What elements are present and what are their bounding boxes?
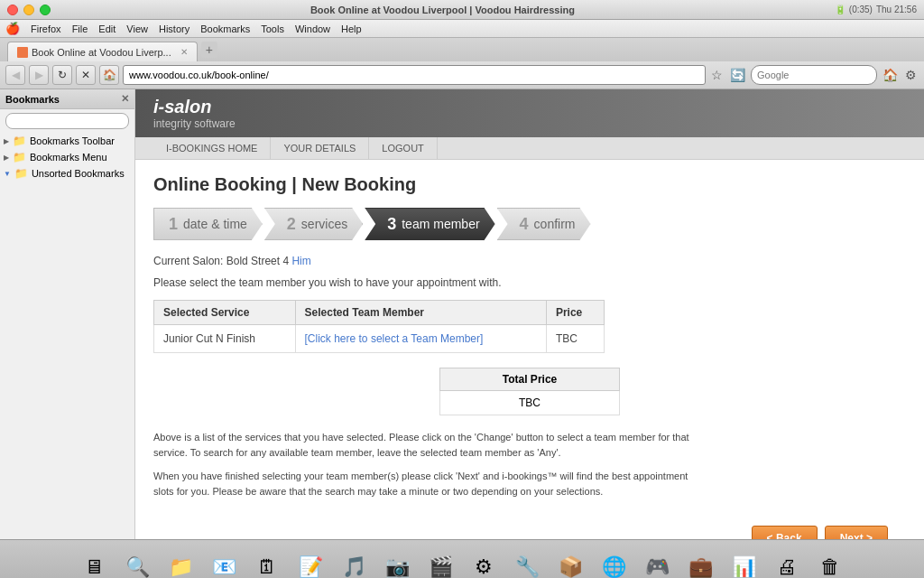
booking-table: Selected Service Selected Team Member Pr… <box>153 300 605 353</box>
tab-your-details[interactable]: YOUR DETAILS <box>271 137 369 159</box>
file-menu[interactable]: File <box>72 23 88 34</box>
sidebar-header: Bookmarks ✕ <box>0 89 134 109</box>
minimize-button[interactable] <box>23 5 34 15</box>
home-button[interactable]: 🏠 <box>99 65 119 85</box>
steps-bar: 1 date & time 2 services 3 team member 4… <box>153 208 906 240</box>
booking-area: Online Booking | New Booking 1 date & ti… <box>135 160 924 539</box>
dock-icon-work[interactable]: 💼 <box>681 548 719 579</box>
sidebar-item-bookmarks-toolbar[interactable]: ▶ 📁 Bookmarks Toolbar <box>0 133 134 149</box>
firefox-menu[interactable]: Firefox <box>31 23 61 34</box>
dock-icon-trash[interactable]: 🗑 <box>811 548 849 579</box>
step-date-time[interactable]: 1 date & time <box>153 208 263 240</box>
dock-icon-music[interactable]: 🎵 <box>335 548 373 579</box>
forward-button[interactable]: ▶ <box>29 65 49 85</box>
sidebar-item-unsorted-bookmarks[interactable]: ▼ 📁 Unsorted Bookmarks <box>0 165 134 182</box>
step-4-label: confirm <box>534 217 576 231</box>
total-label: Total Price <box>440 368 620 391</box>
close-button[interactable] <box>7 5 18 15</box>
titlebar-icons: 🔋(0:35) Thu 21:56 <box>835 5 917 14</box>
folder-icon: 📁 <box>13 151 26 163</box>
tab-ibookings-home[interactable]: I-BOOKINGS HOME <box>153 137 271 159</box>
url-input[interactable] <box>123 65 706 85</box>
help-menu[interactable]: Help <box>341 23 362 34</box>
tab-close-icon[interactable]: ✕ <box>180 47 188 57</box>
dock-icon-mail[interactable]: 📧 <box>205 548 243 579</box>
home-nav-icon[interactable]: 🏠 <box>882 68 898 82</box>
expand-arrow-icon: ▶ <box>4 154 9 162</box>
booking-title: Online Booking | New Booking <box>153 174 906 195</box>
cell-service: Junior Cut N Finish <box>154 325 296 353</box>
nav-tabs-bar: I-BOOKINGS HOME YOUR DETAILS LOGOUT <box>135 137 924 160</box>
dock-icon-chart[interactable]: 📊 <box>725 548 762 579</box>
active-tab[interactable]: Book Online at Voodou Liverp... ✕ <box>7 42 198 61</box>
dock-icon-print[interactable]: 🖨 <box>768 548 806 579</box>
select-team-member-link[interactable]: [Click here to select a Team Member] <box>305 332 484 345</box>
ibookings-logo: i-salon integrity software <box>153 97 236 130</box>
col-header-team-member: Selected Team Member <box>295 301 546 325</box>
history-menu[interactable]: History <box>159 23 189 34</box>
dock-icon-files[interactable]: 📁 <box>162 548 199 579</box>
window-menu[interactable]: Window <box>295 23 330 34</box>
table-row: Junior Cut N Finish [Click here to selec… <box>154 325 605 353</box>
total-table: Total Price TBC <box>439 368 620 415</box>
expand-arrow-icon: ▶ <box>4 137 9 145</box>
window-title: Book Online at Voodou Liverpool | Voodou… <box>51 5 835 15</box>
step-team-member[interactable]: 3 team member <box>365 208 494 240</box>
salon-label: Current Salon: Bold Street 4 <box>153 255 289 267</box>
step-3-number: 3 <box>387 215 396 234</box>
dock-icon-browser[interactable]: 🌐 <box>595 548 633 579</box>
sidebar-item-label: Bookmarks Toolbar <box>30 135 115 146</box>
step-2-label: services <box>301 217 347 231</box>
maximize-button[interactable] <box>40 5 51 15</box>
sidebar-close-icon[interactable]: ✕ <box>121 93 129 105</box>
dock-icon-settings[interactable]: ⚙ <box>465 548 503 579</box>
step-2-number: 2 <box>287 215 296 234</box>
apple-menu[interactable]: 🍎 <box>5 22 20 35</box>
edit-menu[interactable]: Edit <box>98 23 116 34</box>
new-tab-button[interactable]: + <box>201 42 217 58</box>
back-button[interactable]: ◀ <box>5 65 25 85</box>
dock-icon-finder[interactable]: 🖥 <box>75 548 113 579</box>
menubar: 🍎 Firefox File Edit View History Bookmar… <box>0 20 924 38</box>
step-services[interactable]: 2 services <box>264 208 363 240</box>
browser-content: i-salon integrity software I-BOOKINGS HO… <box>135 89 924 539</box>
browser-nav: ◀ ▶ ↻ ✕ 🏠 ☆ 🔄 🏠 ⚙ <box>0 61 924 89</box>
settings-icon[interactable]: ⚙ <box>905 68 917 82</box>
sidebar-search-input[interactable] <box>5 113 129 129</box>
instruction-text: Please select the team member you wish t… <box>153 276 906 289</box>
reload-button[interactable]: ↻ <box>52 65 72 85</box>
titlebar: Book Online at Voodou Liverpool | Voodou… <box>0 0 924 20</box>
dock-icon-calendar[interactable]: 🗓 <box>248 548 286 579</box>
bookmark-star-icon[interactable]: ☆ <box>711 68 723 82</box>
tab-logout[interactable]: LOGOUT <box>369 137 437 159</box>
total-value: TBC <box>440 391 620 415</box>
step-1-number: 1 <box>169 215 178 234</box>
dock-icon-spotlight[interactable]: 🔍 <box>118 548 156 579</box>
logo-main: i-salon <box>153 97 236 117</box>
dock: 🖥 🔍 📁 📧 🗓 📝 🎵 📷 🎬 ⚙ 🔧 📦 🌐 🎮 💼 📊 🖨 🗑 <box>0 539 924 578</box>
ibookings-header: i-salon integrity software <box>135 89 924 137</box>
info-text-2: When you have finished selecting your te… <box>153 469 695 499</box>
bookmarks-menu[interactable]: Bookmarks <box>200 23 250 34</box>
dock-icon-photos[interactable]: 📷 <box>378 548 416 579</box>
tools-menu[interactable]: Tools <box>261 23 284 34</box>
dock-icon-tools[interactable]: 🔧 <box>508 548 546 579</box>
refresh-icon[interactable]: 🔄 <box>730 68 745 82</box>
step-1-label: date & time <box>183 217 247 231</box>
dock-icon-video[interactable]: 🎬 <box>421 548 459 579</box>
info-text-1: Above is a list of the services that you… <box>153 430 695 460</box>
next-button[interactable]: Next > <box>825 526 888 539</box>
dock-icon-games[interactable]: 🎮 <box>638 548 676 579</box>
back-button[interactable]: < Back <box>752 526 818 539</box>
dock-icon-packages[interactable]: 📦 <box>551 548 589 579</box>
search-input[interactable] <box>751 65 877 85</box>
logo-sub: integrity software <box>153 117 236 130</box>
folder-icon: 📁 <box>14 167 28 180</box>
salon-link[interactable]: Him <box>291 255 310 267</box>
stop-button[interactable]: ✕ <box>76 65 96 85</box>
step-3-label: team member <box>402 217 479 231</box>
dock-icon-notes[interactable]: 📝 <box>291 548 329 579</box>
sidebar-item-bookmarks-menu[interactable]: ▶ 📁 Bookmarks Menu <box>0 149 134 165</box>
step-confirm[interactable]: 4 confirm <box>497 208 591 240</box>
view-menu[interactable]: View <box>126 23 148 34</box>
